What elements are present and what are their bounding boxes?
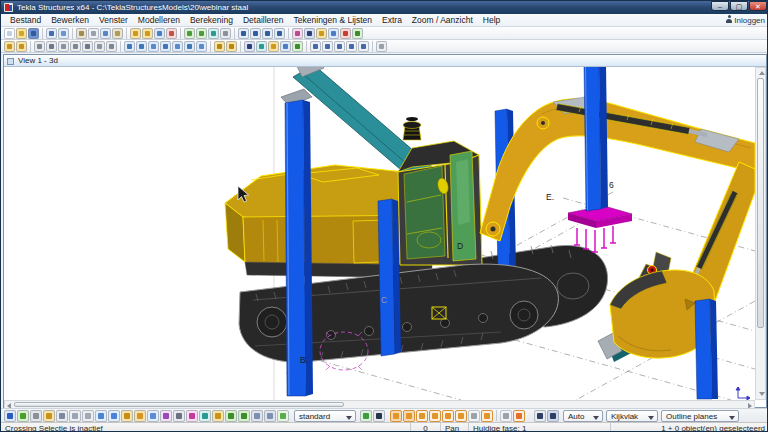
spiral-blue-icon[interactable] (196, 41, 207, 52)
fit-selected-icon[interactable] (250, 28, 261, 39)
paste-icon[interactable] (112, 28, 123, 39)
copy-icon[interactable] (100, 28, 111, 39)
snap-points-icon[interactable] (390, 410, 402, 422)
measure-y-icon[interactable] (322, 41, 333, 52)
weld-icon[interactable] (226, 41, 237, 52)
column-steel-icon[interactable] (34, 41, 45, 52)
object-navy-icon[interactable] (304, 28, 315, 39)
close-button[interactable]: ✕ (749, 1, 767, 11)
select-gridline-icon[interactable] (69, 410, 81, 422)
fit-all-icon[interactable] (274, 28, 285, 39)
model-view-3d[interactable]: E.6DCB. (4, 67, 755, 400)
select-assembly-icon[interactable] (30, 410, 42, 422)
menu-venster[interactable]: Venster (94, 14, 133, 27)
polybeam-icon[interactable] (58, 41, 69, 52)
model-canvas[interactable]: E.6DCB. (4, 67, 755, 400)
view-title-bar[interactable]: View 1 - 3d (4, 55, 766, 67)
object-red-icon[interactable] (340, 28, 351, 39)
snap-intersection-icon[interactable] (442, 410, 454, 422)
contourplate-icon[interactable] (16, 41, 27, 52)
select-plane-icon[interactable] (82, 410, 94, 422)
beam3-blue-icon[interactable] (184, 41, 195, 52)
snap-override-icon[interactable] (500, 410, 512, 422)
excavator-cab[interactable] (398, 141, 482, 265)
measure-angle-icon[interactable] (346, 41, 357, 52)
snap-endpoint-icon[interactable] (403, 410, 415, 422)
menu-bewerken[interactable]: Bewerken (46, 14, 94, 27)
menu-detailleren[interactable]: Detailleren (238, 14, 289, 27)
measure-free-icon[interactable] (334, 41, 345, 52)
select-surface-icon[interactable] (134, 410, 146, 422)
select-all-icon[interactable] (4, 410, 16, 422)
snap-center-icon[interactable] (416, 410, 428, 422)
window-blue-icon[interactable] (154, 28, 165, 39)
point-gray-icon[interactable] (220, 28, 231, 39)
snap-perpendicular-icon[interactable] (455, 410, 467, 422)
measure-arc-icon[interactable] (358, 41, 369, 52)
select-cut-icon[interactable] (199, 410, 211, 422)
select-weld-icon[interactable] (186, 410, 198, 422)
beam-blue-icon[interactable] (136, 41, 147, 52)
title-bar[interactable]: Tekla Structures x64 - C:\TeklaStructure… (1, 1, 768, 14)
window-gold2-icon[interactable] (142, 28, 153, 39)
curved-blue-icon[interactable] (160, 41, 171, 52)
measure-x-icon[interactable] (310, 41, 321, 52)
component-green-icon[interactable] (292, 41, 303, 52)
select-point-icon[interactable] (95, 410, 107, 422)
open-icon[interactable] (16, 28, 27, 39)
workplane-icon[interactable] (534, 410, 546, 422)
snap-free-icon[interactable] (481, 410, 493, 422)
select-object-icon[interactable] (43, 410, 55, 422)
scroll-up-arrow[interactable] (759, 71, 765, 75)
scroll-down-arrow[interactable] (759, 392, 765, 396)
snap-arrow-icon[interactable] (513, 410, 525, 422)
clipboard-icon[interactable] (76, 28, 87, 39)
object-gold-icon[interactable] (316, 28, 327, 39)
select-load-icon[interactable] (251, 410, 263, 422)
item-icon[interactable] (106, 41, 117, 52)
fit-view-icon[interactable] (262, 28, 273, 39)
select-bolt-icon[interactable] (212, 410, 224, 422)
steel-column-right[interactable] (584, 67, 608, 211)
save-icon[interactable] (28, 28, 39, 39)
render-sphere-icon[interactable] (360, 410, 372, 422)
exhaust-pipe[interactable] (403, 117, 421, 140)
cut-icon[interactable] (88, 28, 99, 39)
vertical-scroll-thumb[interactable] (757, 78, 764, 328)
component-teal-icon[interactable] (256, 41, 267, 52)
selection-filter-dropdown[interactable]: standard (294, 410, 356, 422)
component-blue-icon[interactable] (280, 41, 291, 52)
point-green2-icon[interactable] (196, 28, 207, 39)
select-rebar2-icon[interactable] (238, 410, 250, 422)
fit-workarea-icon[interactable] (238, 28, 249, 39)
base-plate[interactable] (568, 206, 632, 252)
steel-column-center[interactable] (378, 199, 401, 356)
select-distance-icon[interactable] (277, 410, 289, 422)
curvedbeam-icon[interactable] (70, 41, 81, 52)
bolt-icon[interactable] (214, 41, 225, 52)
redo-icon[interactable] (58, 28, 69, 39)
select-part-icon[interactable] (121, 410, 133, 422)
select-arrow-icon[interactable] (173, 410, 185, 422)
select-load2-icon[interactable] (264, 410, 276, 422)
select-detail-icon[interactable] (160, 410, 172, 422)
login-button[interactable]: Inloggen (726, 14, 765, 27)
select-component-icon[interactable] (17, 410, 29, 422)
steel-column-far-right[interactable] (695, 299, 718, 399)
twinprofile-icon[interactable] (82, 41, 93, 52)
plane-type-dropdown[interactable]: Outline planes (661, 410, 739, 422)
plate-icon[interactable] (4, 41, 15, 52)
beam-steel-icon[interactable] (46, 41, 57, 52)
object-blue-icon[interactable] (328, 28, 339, 39)
minimize-button[interactable]: – (711, 1, 729, 11)
point-green-icon[interactable] (184, 28, 195, 39)
orthobeam-icon[interactable] (94, 41, 105, 52)
menu-help[interactable]: Help (478, 14, 505, 27)
new-icon[interactable] (4, 28, 15, 39)
menu-bestand[interactable]: Bestand (5, 14, 46, 27)
menu-berekening[interactable]: Berekening (185, 14, 238, 27)
menu-extra[interactable]: Extra (377, 14, 407, 27)
object-pink-icon[interactable] (292, 28, 303, 39)
horizontal-scroll-thumb[interactable] (14, 402, 344, 407)
polybeam-blue-icon[interactable] (148, 41, 159, 52)
